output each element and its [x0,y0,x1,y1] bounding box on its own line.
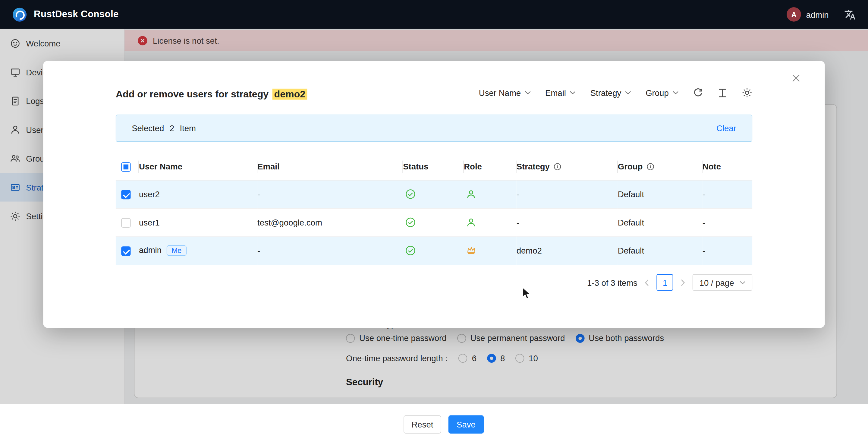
page-size-select[interactable]: 10 / page [693,274,752,291]
select-all-checkbox[interactable] [121,162,130,172]
page-size-value: 10 / page [700,278,734,287]
chevron-down-icon [740,280,746,284]
user-avatar[interactable]: A [786,7,801,22]
column-header-strategy[interactable]: Strategy [517,153,618,180]
selection-suffix: Item [180,124,196,133]
cell-role [464,236,516,265]
filter-user-name[interactable]: User Name [479,88,531,97]
modal-title-text: Add or remove users for strategy [116,89,269,100]
chevron-down-icon [673,91,679,95]
reset-button[interactable]: Reset [404,415,441,434]
chevron-down-icon [625,91,631,95]
filter-label: User Name [479,88,521,97]
column-header-role[interactable]: Role [464,153,516,180]
column-header-note[interactable]: Note [703,153,752,180]
app-title: RustDesk Console [34,9,119,20]
cell-strategy: - [517,180,618,208]
cell-note: - [703,180,752,208]
cell-note: - [703,236,752,265]
column-label: Strategy [517,162,550,171]
filter-label: Email [545,88,566,97]
check-circle-icon [405,245,415,256]
footer-bar: Reset Save [0,404,868,448]
check-circle-icon [405,189,415,199]
cell-email: test@google.com [257,208,403,237]
gear-icon[interactable] [742,87,752,98]
table-row-user2[interactable]: user2 - - Default - [116,180,752,208]
filter-toolbar: User Name Email Strategy Group [479,87,752,98]
admin-crown-icon [466,245,477,256]
cell-group: Default [618,236,703,265]
selection-count: 2 [170,124,174,133]
cell-user-name: adminMe [139,236,257,265]
table-header-row: User Name Email Status Role Strategy [116,153,752,180]
info-icon[interactable] [554,163,561,171]
page-next-icon[interactable] [681,279,686,286]
screen: License is not set. Password type : Use … [0,0,868,448]
user-role-icon [466,217,476,227]
page-prev-icon[interactable] [645,279,650,286]
column-header-email[interactable]: Email [257,153,403,180]
cell-group: Default [618,180,703,208]
translate-icon[interactable] [844,8,856,20]
cell-status [403,180,464,208]
check-circle-icon [405,217,415,228]
users-table: User Name Email Status Role Strategy [116,153,752,265]
chevron-down-icon [525,91,531,95]
row-checkbox[interactable] [121,246,130,256]
filter-group[interactable]: Group [646,88,679,97]
cell-group: Default [618,208,703,237]
row-height-icon[interactable] [717,88,727,98]
cell-user-name: user2 [139,180,257,208]
selection-prefix: Selected [132,124,164,133]
save-button[interactable]: Save [448,415,484,434]
column-header-status[interactable]: Status [403,153,464,180]
cell-strategy: demo2 [517,236,618,265]
filter-label: Group [646,88,669,97]
clear-selection-link[interactable]: Clear [716,124,736,133]
user-name-text: admin [139,245,161,255]
row-checkbox[interactable] [121,190,130,199]
username[interactable]: admin [806,10,829,19]
cell-user-name: user1 [139,208,257,237]
topbar-right: A admin [786,7,856,22]
user-role-icon [466,189,476,199]
cell-status [403,236,464,265]
close-icon[interactable] [792,73,801,82]
strategy-name-highlight: demo2 [273,89,307,100]
column-header-user-name[interactable]: User Name [139,153,257,180]
column-header-group[interactable]: Group [618,153,703,180]
chevron-down-icon [570,91,576,95]
cell-role [464,180,516,208]
cell-email: - [257,180,403,208]
row-checkbox[interactable] [121,218,130,227]
pagination: 1-3 of 3 items 1 10 / page [587,274,752,291]
topbar: RustDesk Console A admin [0,0,868,29]
cell-role [464,208,516,237]
mouse-cursor [521,287,533,300]
pagination-total: 1-3 of 3 items [587,278,638,287]
me-badge: Me [167,245,187,256]
rustdesk-logo-icon [12,7,27,22]
info-icon[interactable] [647,163,654,171]
column-label: Group [618,162,643,171]
table-row-admin[interactable]: adminMe - demo2 De [116,236,752,265]
page-number-button[interactable]: 1 [657,274,673,291]
filter-email[interactable]: Email [545,88,576,97]
selection-bar: Selected 2 Item Clear [116,115,752,142]
filter-strategy[interactable]: Strategy [590,88,631,97]
modal-title: Add or remove users for strategydemo2 [116,89,307,100]
refresh-icon[interactable] [693,88,703,98]
cell-strategy: - [517,208,618,237]
table-row-user1[interactable]: user1 test@google.com - Default - [116,208,752,237]
cell-note: - [703,208,752,237]
cell-status [403,208,464,237]
cell-email: - [257,236,403,265]
strategy-users-modal: Add or remove users for strategydemo2 Us… [43,61,825,328]
filter-label: Strategy [590,88,621,97]
